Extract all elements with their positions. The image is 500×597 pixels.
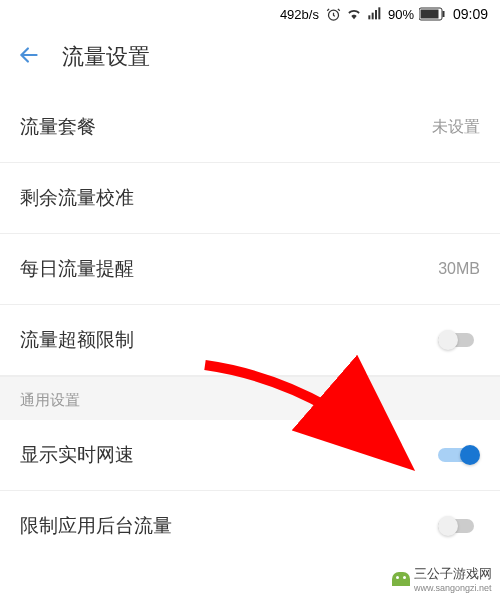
android-icon xyxy=(392,572,410,586)
battery-percent: 90% xyxy=(388,7,414,22)
toggle-switch[interactable] xyxy=(438,329,480,351)
network-speed: 492b/s xyxy=(280,7,319,22)
watermark-url: www.sangongzi.net xyxy=(414,583,492,593)
svg-rect-4 xyxy=(378,7,380,19)
setting-show-realtime-speed: 显示实时网速 xyxy=(0,420,500,491)
clock-time: 09:09 xyxy=(453,6,488,22)
setting-value: 未设置 xyxy=(432,117,480,138)
setting-data-plan[interactable]: 流量套餐 未设置 xyxy=(0,92,500,163)
battery-icon xyxy=(419,7,445,21)
watermark-text: 三公子游戏网 xyxy=(414,566,492,581)
signal-icon xyxy=(367,6,383,22)
setting-daily-reminder[interactable]: 每日流量提醒 30MB xyxy=(0,234,500,305)
setting-label: 剩余流量校准 xyxy=(20,185,134,211)
svg-rect-2 xyxy=(372,13,374,20)
setting-label: 每日流量提醒 xyxy=(20,256,134,282)
svg-rect-1 xyxy=(368,15,370,19)
header: 流量设置 xyxy=(0,28,500,92)
alarm-icon xyxy=(326,7,341,22)
setting-restrict-background: 限制应用后台流量 xyxy=(0,491,500,561)
setting-label: 显示实时网速 xyxy=(20,442,134,468)
setting-label: 流量超额限制 xyxy=(20,327,134,353)
setting-excess-limit: 流量超额限制 xyxy=(0,305,500,376)
watermark: 三公子游戏网 www.sangongzi.net xyxy=(384,561,500,597)
setting-calibrate-remaining[interactable]: 剩余流量校准 xyxy=(0,163,500,234)
page-title: 流量设置 xyxy=(62,42,150,72)
toggle-switch[interactable] xyxy=(438,444,480,466)
svg-rect-6 xyxy=(420,10,438,19)
wifi-icon xyxy=(346,6,362,22)
status-bar: 492b/s 90% 09:09 xyxy=(0,0,500,28)
svg-rect-7 xyxy=(442,11,444,17)
settings-list: 流量套餐 未设置 剩余流量校准 每日流量提醒 30MB 流量超额限制 通用设置 … xyxy=(0,92,500,561)
section-header-general: 通用设置 xyxy=(0,376,500,420)
setting-label: 流量套餐 xyxy=(20,114,96,140)
toggle-switch[interactable] xyxy=(438,515,480,537)
svg-rect-3 xyxy=(375,10,377,19)
back-icon[interactable] xyxy=(16,42,42,72)
setting-value: 30MB xyxy=(438,260,480,278)
setting-label: 限制应用后台流量 xyxy=(20,513,172,539)
